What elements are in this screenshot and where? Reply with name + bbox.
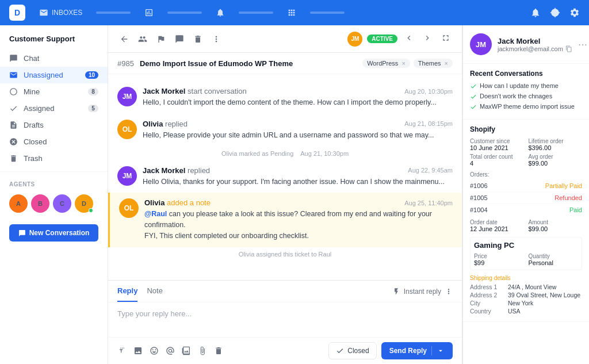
rp-shopify: Shopify Customer since 10 June 2021 Life… — [463, 120, 589, 322]
mine-badge: 8 — [88, 88, 98, 95]
delete-button[interactable] — [191, 32, 205, 46]
send-reply-button[interactable]: Send Reply — [381, 342, 453, 359]
message-2: OL Olivia replied Aug 21, 08:15pm Hello,… — [108, 114, 462, 147]
format-icon[interactable] — [117, 346, 127, 355]
tab-reply[interactable]: Reply — [117, 281, 137, 302]
nav-divider3 — [239, 12, 273, 14]
agent-2[interactable]: B — [31, 194, 49, 213]
tag-themes-remove[interactable]: × — [445, 60, 448, 67]
main-content: JM ACTIVE #985 Demo Import Issue of Edum… — [108, 25, 462, 364]
flag-button[interactable] — [154, 32, 168, 46]
sidebar-item-chat[interactable]: Chat — [0, 50, 108, 67]
rp-lifetime-order: Lifetime order $396.00 — [529, 138, 583, 151]
chat-button[interactable] — [173, 32, 186, 46]
assigned-badge: 5 — [88, 105, 98, 112]
right-panel: JM Jack Morkel jackmorkel@email.com ⋯ Re… — [462, 25, 589, 364]
agent-1[interactable]: A — [9, 194, 28, 213]
next-conv-button[interactable] — [420, 31, 434, 47]
photo-icon[interactable] — [182, 346, 191, 355]
copy-icon[interactable] — [565, 45, 572, 52]
reply-input[interactable]: Type your reply here... — [108, 302, 462, 337]
emoji-icon[interactable] — [150, 346, 159, 355]
settings-icon[interactable] — [550, 7, 560, 18]
sidebar-item-assigned[interactable]: Assigned 5 — [0, 100, 108, 117]
shipping-address1: Address 1 24/A , Mount View — [470, 283, 582, 290]
rp-total-orders: Total order count 4 — [470, 154, 524, 167]
order-row-3[interactable]: #1004 Paid — [470, 204, 582, 216]
nav-inboxes[interactable]: INBOXES — [39, 8, 82, 17]
team-button[interactable] — [136, 32, 150, 46]
attach-icon[interactable] — [198, 346, 207, 355]
rp-contact-name: Jack Morkel — [498, 37, 572, 45]
sidebar-unassigned-label: Unassigned — [24, 71, 63, 79]
msg-sender-3: Jack Morkel — [143, 166, 185, 175]
sidebar-item-mine[interactable]: Mine 8 — [0, 83, 108, 100]
msg-text-4: @Raul can you please take a look at this… — [144, 209, 453, 241]
tag-themes[interactable]: Themes × — [414, 59, 453, 68]
rp-price: Price $99 — [474, 253, 524, 266]
shipping-address2: Address 2 39 Oval Street, New Louge — [470, 292, 582, 298]
status-badge: ACTIVE — [367, 35, 397, 43]
sidebar-item-unassigned[interactable]: Unassigned 10 — [0, 67, 108, 83]
sidebar-item-closed[interactable]: Closed — [0, 133, 108, 150]
mention-icon[interactable] — [166, 346, 175, 355]
image-icon[interactable] — [133, 346, 143, 355]
msg-time-1: Aug 20, 10:30pm — [404, 88, 453, 95]
conv-header-right: JM ACTIVE — [347, 31, 453, 47]
agents-row: A B C D — [0, 190, 108, 217]
logo: D — [9, 5, 25, 21]
messages-area: JM Jack Morkel start conversation Aug 20… — [108, 74, 462, 280]
nav-apps[interactable] — [287, 8, 296, 17]
nav-divider1 — [96, 12, 131, 14]
rp-product-details: Price $99 Quantity Personal — [474, 253, 578, 266]
back-button[interactable] — [117, 32, 131, 46]
msg-body-3: Jack Morkel replied Aug 22, 9:45am Hello… — [143, 166, 453, 187]
message-4-note: OL Olivia added a note Aug 25, 11:40pm @… — [108, 193, 462, 247]
delete-msg-icon[interactable] — [214, 346, 223, 355]
tab-note[interactable]: Note — [147, 281, 162, 302]
gear-icon[interactable] — [569, 7, 580, 18]
rp-recent-title: Recent Conversations — [470, 70, 582, 78]
rp-contact-email: jackmorkel@email.com — [498, 45, 572, 52]
tag-wordpress[interactable]: WordPress × — [362, 59, 410, 68]
order-row-1[interactable]: #1006 Partially Paid — [470, 180, 582, 192]
new-conversation-button[interactable]: New Conversation — [9, 224, 98, 242]
rp-conv-3[interactable]: MaxWP theme demo import issue — [470, 103, 582, 110]
msg-action-2: replied — [165, 120, 188, 128]
rp-contact-info: Jack Morkel jackmorkel@email.com — [498, 37, 572, 52]
closed-button[interactable]: Closed — [328, 342, 376, 359]
system-msg-time-1: Aug 21, 10:30pm — [300, 150, 349, 157]
order-row-2[interactable]: #1005 Refunded — [470, 192, 582, 204]
nav-notifications[interactable] — [216, 8, 225, 17]
rp-conv-2[interactable]: Doesn't work the chnages — [470, 93, 582, 100]
system-msg-text-1: Olivia marked as Pending — [221, 150, 293, 157]
send-btn-divider — [431, 346, 432, 355]
rp-shopify-title: Shopify — [470, 125, 582, 133]
rp-shopify-grid: Customer since 10 June 2021 Lifetime ord… — [470, 138, 582, 167]
rp-product: Gaming PC Price $99 Quantity Personal — [470, 237, 582, 270]
instant-reply[interactable]: Instant reply — [392, 288, 453, 296]
msg-sender-4: Olivia — [144, 198, 165, 207]
tag-wordpress-remove[interactable]: × — [401, 60, 405, 67]
rp-qty: Quantity Personal — [529, 253, 579, 266]
msg-action-1: start conversation — [188, 87, 247, 95]
nav-reports[interactable] — [144, 8, 154, 17]
msg-body-2: Olivia replied Aug 21, 08:15pm Hello, Pl… — [143, 120, 453, 141]
rp-conv-1[interactable]: How can I update my theme — [470, 82, 582, 90]
rp-more-button[interactable]: ⋯ — [578, 39, 587, 50]
agent-online-dot — [89, 208, 93, 213]
sidebar-item-trash[interactable]: Trash — [0, 150, 108, 167]
sidebar-item-drafts[interactable]: Drafts — [0, 117, 108, 133]
expand-button[interactable] — [439, 31, 453, 47]
agent-4[interactable]: D — [75, 194, 93, 213]
reply-tabs: Reply Note Instant reply — [108, 281, 462, 302]
agent-3[interactable]: C — [53, 194, 71, 213]
system-msg-text-2: Olivia assigned this ticket to Raul — [239, 251, 331, 258]
main-layout: Customer Support Chat Unassigned 10 Mine… — [0, 25, 589, 364]
more-button[interactable] — [209, 32, 223, 46]
prev-conv-button[interactable] — [402, 31, 416, 47]
sidebar-mine-label: Mine — [24, 87, 40, 96]
reply-area: Reply Note Instant reply Type your reply… — [108, 280, 462, 364]
bell-icon[interactable] — [530, 7, 541, 18]
msg-action-4: added a note — [167, 198, 211, 207]
